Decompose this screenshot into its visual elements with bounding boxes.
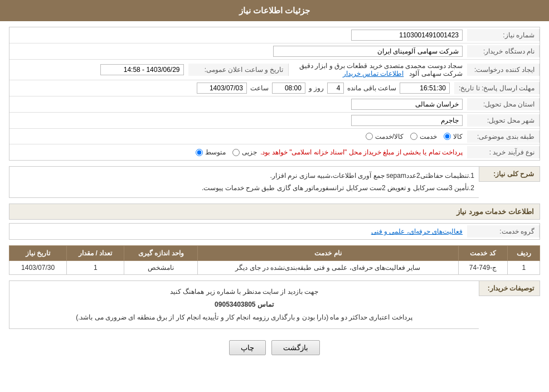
radio-khedmat-input[interactable]: [410, 133, 417, 140]
grohe-khedmat-section: گروه خدمت: فعالیت‌های حرفه‌ای، علمی و فن…: [9, 223, 540, 240]
mohlat-saat-input[interactable]: [272, 83, 305, 94]
radio-jozii[interactable]: جزیی: [232, 148, 257, 156]
mohlat-baghimande-input[interactable]: [400, 83, 450, 94]
sharh-kolli-label: شرح کلی نیاز:: [479, 166, 540, 182]
nam-dastgah-input[interactable]: [273, 46, 463, 57]
sharh-kolli-content: 1.تنظیمات حفاظتی2عددsepam جمع آوری اطلاع…: [9, 166, 479, 198]
ostan-row: استان محل تحویل:: [9, 96, 540, 113]
nam-dastgah-row: نام دستگاه خریدار:: [9, 43, 540, 60]
cell-kod: ج-749-74: [458, 261, 508, 275]
radio-kalakhedmat-input[interactable]: [366, 133, 373, 140]
mohlat-date-input[interactable]: [197, 83, 247, 94]
shomare-niaz-row: شماره نیاز:: [9, 27, 540, 43]
col-tedad: تعداد / مقدار: [67, 246, 124, 261]
cell-tarikh: 1403/07/30: [9, 261, 67, 275]
ijad-konande-link[interactable]: اطلاعات تماس خریدار: [343, 70, 404, 78]
shomare-niaz-value: [9, 27, 467, 43]
col-kod: کد خدمت: [458, 246, 508, 261]
tabaghe-row: طبقه بندی موضوعی: کالا/خدمت خدمت کالا: [9, 129, 540, 144]
shahr-label: شهر محل تحویل:: [467, 114, 540, 127]
col-vahed: واحد اندازه گیری: [124, 246, 198, 261]
ostan-label: استان محل تحویل:: [467, 98, 540, 110]
grohe-khedmat-value: فعالیت‌های حرفه‌ای، علمی و فنی: [9, 225, 467, 238]
ostan-value: [9, 96, 467, 112]
mohlat-roz-input[interactable]: [327, 83, 344, 94]
tosifat-line3: پرداخت اعتباری حداکثر دو ماه (دارا بودن …: [14, 311, 474, 324]
khedamat-info-title: اطلاعات خدمات مورد نیاز: [9, 204, 540, 220]
cell-radif: 1: [508, 261, 540, 275]
tarikh-elan-label: تاریخ و ساعت اعلان عمومی:: [188, 64, 289, 76]
tosifat-section: توصیفات خریدار: جهت بازدید از سایت مدنظر…: [9, 280, 540, 328]
tarikh-elan-input[interactable]: [100, 64, 184, 75]
saat-label: ساعت: [250, 84, 269, 92]
shahr-row: شهر محل تحویل:: [9, 113, 540, 129]
ijad-konande-value: سجاد دوست محمدی متصدی خرید قطعات برق و ا…: [289, 60, 468, 80]
cell-tedad: 1: [67, 261, 124, 275]
page-title: جزئیات اطلاعات نیاز: [239, 6, 310, 15]
radio-motavasset-label: متوسط: [205, 148, 226, 156]
nam-dastgah-value: [9, 43, 467, 59]
radio-kalakhedmat[interactable]: کالا/خدمت: [366, 133, 404, 141]
radio-kala-input[interactable]: [444, 133, 451, 140]
sharh-kolli-line1: 1.تنظیمات حفاظتی2عددsepam جمع آوری اطلاع…: [14, 170, 474, 182]
noe-farayand-value: پرداخت تمام یا بخشی از مبلغ خریداز محل "…: [9, 146, 467, 158]
nam-dastgah-label: نام دستگاه خریدار:: [467, 45, 540, 57]
page-wrapper: جزئیات اطلاعات نیاز شماره نیاز: نام دستگ…: [0, 0, 549, 392]
table-row: 1 ج-749-74 سایر فعالیت‌های حرفه‌ای، علمی…: [9, 261, 540, 275]
content-area: شماره نیاز: نام دستگاه خریدار: ایجاد کنن…: [0, 21, 549, 366]
radio-khedmat[interactable]: خدمت: [410, 133, 437, 141]
tarikh-elan-value: [9, 62, 188, 78]
ostan-input[interactable]: [351, 99, 463, 110]
grohe-khedmat-link[interactable]: فعالیت‌های حرفه‌ای، علمی و فنی: [371, 228, 463, 235]
tabaghe-value: کالا/خدمت خدمت کالا: [9, 130, 467, 143]
cell-nam: سایر فعالیت‌های حرفه‌ای، علمی و فنی طبقه…: [198, 261, 458, 275]
grohe-khedmat-row: گروه خدمت: فعالیت‌های حرفه‌ای، علمی و فن…: [9, 224, 540, 239]
shomare-niaz-label: شماره نیاز:: [467, 29, 540, 41]
noe-farayand-label: نوع فرآیند خرید :: [467, 146, 540, 158]
print-button[interactable]: چاپ: [229, 340, 266, 355]
sharh-kolli-line2: 2.تأمین 3ست سرکابل و تعویض 2ست سرکابل تر…: [14, 182, 474, 195]
sharh-kolli-section: شرح کلی نیاز: 1.تنظیمات حفاظتی2عددsepam …: [9, 166, 540, 198]
tarikh-elan-row: ایجاد کننده درخواست: سجاد دوست محمدی متص…: [9, 60, 540, 80]
col-nam: نام خدمت: [198, 246, 458, 261]
radio-khedmat-label: خدمت: [420, 133, 437, 141]
col-radif: ردیف: [508, 246, 540, 261]
ijad-konande-label: ایجاد کننده درخواست:: [467, 64, 540, 76]
radio-kalakhedmat-label: کالا/خدمت: [375, 133, 404, 141]
radio-kala-label: کالا: [453, 133, 463, 141]
tosifat-line1: جهت بازدید از سایت مدنظر با شماره زیر هم…: [14, 285, 474, 298]
baghimande-label: ساعت باقی مانده: [347, 84, 396, 92]
shahr-value: [9, 113, 467, 128]
radio-motavasset[interactable]: متوسط: [196, 148, 226, 156]
roz-label: روز و: [309, 84, 324, 92]
page-header: جزئیات اطلاعات نیاز: [0, 0, 549, 21]
noe-farayand-row: نوع فرآیند خرید : پرداخت تمام یا بخشی از…: [9, 144, 540, 160]
radio-jozii-label: جزیی: [242, 148, 257, 156]
tabaghe-label: طبقه بندی موضوعی:: [467, 130, 540, 143]
mohlat-ersal-value: ساعت باقی مانده روز و ساعت: [9, 80, 454, 96]
table-header-row: ردیف کد خدمت نام خدمت واحد اندازه گیری ت…: [9, 246, 540, 261]
tosifat-line2: تماس 09053403805: [14, 298, 474, 311]
button-row: بازگشت چاپ: [9, 335, 540, 361]
cell-vahed: نامشخص: [124, 261, 198, 275]
services-table-wrapper: ردیف کد خدمت نام خدمت واحد اندازه گیری ت…: [9, 245, 540, 275]
tosifat-label: توصیفات خریدار:: [479, 280, 540, 296]
radio-motavasset-input[interactable]: [196, 149, 203, 156]
noe-farayand-description: پرداخت تمام یا بخشی از مبلغ خریداز محل "…: [260, 148, 463, 156]
mohlat-ersal-label: مهلت ارسال پاسخ: تا تاریخ:: [454, 82, 540, 94]
main-info-section: شماره نیاز: نام دستگاه خریدار: ایجاد کنن…: [9, 27, 540, 161]
mohlat-ersal-row: مهلت ارسال پاسخ: تا تاریخ: ساعت باقی مان…: [9, 80, 540, 96]
col-tarikh: تاریخ نیاز: [9, 246, 67, 261]
shomare-niaz-input[interactable]: [351, 30, 463, 41]
tosifat-content: جهت بازدید از سایت مدنظر با شماره زیر هم…: [9, 280, 479, 328]
grohe-khedmat-label: گروه خدمت:: [467, 225, 540, 238]
shahr-input[interactable]: [351, 115, 463, 126]
services-table: ردیف کد خدمت نام خدمت واحد اندازه گیری ت…: [9, 245, 540, 275]
back-button[interactable]: بازگشت: [271, 340, 320, 355]
radio-kala[interactable]: کالا: [444, 133, 463, 141]
radio-jozii-input[interactable]: [232, 149, 240, 156]
